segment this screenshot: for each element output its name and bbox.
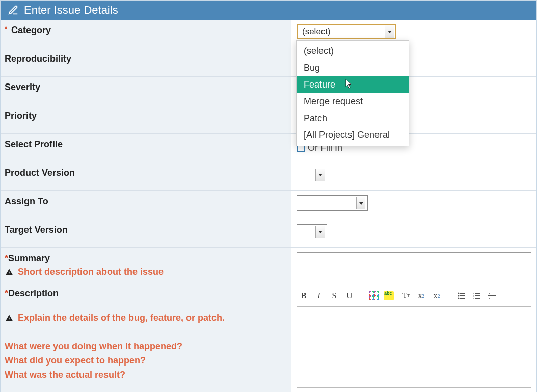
editor-toolbar: B I S U TT x2 x2 (297, 288, 531, 306)
chevron-down-icon[interactable] (385, 25, 394, 38)
svg-rect-1 (460, 293, 465, 294)
svg-point-0 (458, 293, 460, 294)
description-q2: What did you expect to happen? (5, 354, 287, 368)
row-description: *Description Explain the details of the … (1, 283, 536, 392)
label-severity: Severity (1, 77, 291, 105)
category-dropdown[interactable]: (select) Bug Feature Merge request Patch… (296, 40, 409, 146)
value-category: (select) (select) Bug Feature Merge requ… (291, 20, 536, 48)
row-priority: Priority (1, 105, 536, 134)
description-q1: What were you doing when it happened? (5, 340, 287, 354)
label-assign-to: Assign To (1, 191, 291, 219)
warning-icon (5, 268, 14, 276)
label-summary: *Summary Short description about the iss… (1, 248, 291, 283)
dropdown-option[interactable]: Merge request (297, 93, 409, 110)
chevron-down-icon[interactable] (315, 226, 325, 238)
chevron-down-icon[interactable] (315, 169, 325, 181)
font-size-button[interactable]: TT (401, 291, 411, 301)
underline-button[interactable]: U (344, 291, 355, 301)
assign-to-select[interactable] (297, 195, 368, 211)
row-assign-to: Assign To (1, 191, 536, 219)
target-version-select[interactable] (297, 224, 327, 239)
dropdown-option[interactable]: Patch (297, 110, 409, 127)
svg-point-4 (458, 298, 460, 299)
ordered-list-button[interactable]: 123 (472, 291, 482, 301)
text-color-button[interactable] (369, 291, 379, 300)
value-product-version (291, 162, 536, 190)
dropdown-option[interactable]: (select) (297, 43, 409, 60)
category-select[interactable]: (select) (297, 24, 396, 39)
dropdown-option[interactable]: Bug (297, 60, 409, 76)
highlight-button[interactable] (384, 291, 394, 300)
svg-point-2 (458, 295, 460, 297)
value-summary (291, 248, 536, 283)
italic-button[interactable]: I (314, 291, 324, 301)
chevron-down-icon[interactable] (356, 197, 365, 209)
toolbar-separator (449, 290, 449, 301)
svg-rect-5 (460, 298, 465, 299)
summary-help: Short description about the issue (18, 267, 164, 277)
label-target-version: Target Version (1, 219, 291, 247)
description-help-main: Explain the details of the bug, feature,… (18, 311, 225, 325)
warning-icon (5, 314, 14, 322)
issue-form-panel: Enter Issue Details * Category (select) … (0, 0, 537, 392)
row-target-version: Target Version (1, 219, 536, 248)
dropdown-option-highlighted[interactable]: Feature (297, 76, 409, 93)
required-star: * (5, 288, 8, 298)
toolbar-separator (362, 290, 362, 301)
value-description: B I S U TT x2 x2 (291, 283, 536, 392)
required-star: * (5, 25, 7, 33)
value-assign-to (291, 191, 536, 219)
svg-rect-11 (475, 298, 480, 299)
svg-rect-9 (475, 295, 480, 296)
row-product-version: Product Version (1, 162, 536, 191)
svg-rect-3 (460, 295, 465, 296)
summary-input[interactable] (297, 252, 531, 269)
bold-button[interactable]: B (299, 291, 309, 301)
cursor-icon (345, 79, 353, 92)
row-select-profile: Select Profile Or Fill In (1, 134, 536, 162)
label-product-version: Product Version (1, 162, 291, 190)
svg-point-13 (489, 293, 490, 294)
label-category: * Category (1, 20, 291, 48)
panel-header: Enter Issue Details (1, 1, 536, 20)
label-select-profile: Select Profile (1, 134, 291, 162)
row-category: * Category (select) (select) Bug Feature (1, 20, 536, 48)
product-version-select[interactable] (297, 167, 327, 182)
svg-text:3: 3 (473, 297, 474, 299)
description-editor[interactable] (297, 306, 531, 388)
superscript-button[interactable]: x2 (416, 291, 426, 301)
subscript-button[interactable]: x2 (432, 291, 442, 301)
label-description: *Description Explain the details of the … (1, 283, 291, 392)
row-severity: Severity (1, 77, 536, 105)
row-reproducibility: Reproducibility (1, 48, 536, 77)
svg-rect-7 (475, 293, 480, 294)
strikethrough-button[interactable]: S (329, 291, 339, 301)
value-target-version (291, 219, 536, 247)
svg-point-14 (489, 298, 490, 299)
label-priority: Priority (1, 105, 291, 133)
panel-title: Enter Issue Details (24, 4, 118, 17)
unordered-list-button[interactable] (457, 291, 467, 301)
row-summary: *Summary Short description about the iss… (1, 248, 536, 283)
category-select-value: (select) (299, 26, 334, 37)
label-reproducibility: Reproducibility (1, 48, 291, 76)
required-star: * (5, 253, 8, 263)
dropdown-option[interactable]: [All Projects] General (297, 127, 409, 144)
svg-rect-12 (488, 295, 496, 296)
edit-icon (8, 5, 19, 16)
horizontal-rule-button[interactable] (487, 291, 497, 301)
description-q3: What was the actual result? (5, 368, 287, 382)
